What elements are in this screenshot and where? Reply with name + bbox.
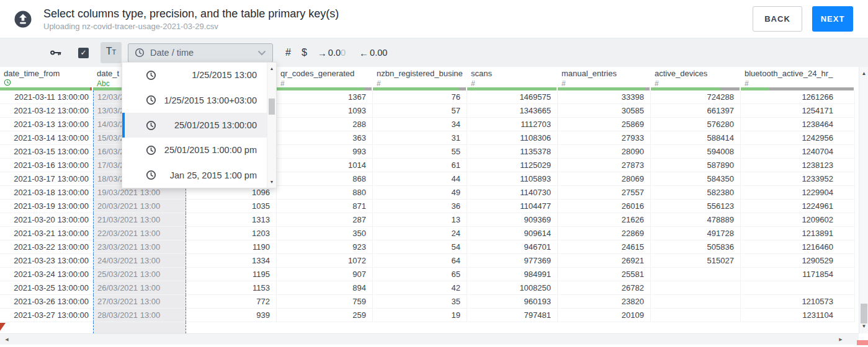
cell: 984991 <box>467 268 558 281</box>
clock-icon <box>146 95 156 105</box>
dropdown-scrollbar-thumb[interactable] <box>269 99 275 115</box>
scroll-right-arrow[interactable] <box>836 336 845 343</box>
cell: 24 <box>373 227 467 240</box>
increase-precision-button[interactable]: → 0.00 <box>318 48 346 58</box>
back-button[interactable]: BACK <box>753 6 802 32</box>
vertical-scrollbar-thumb[interactable] <box>861 304 867 323</box>
topbar: Select columns type, precision, and the … <box>0 0 868 38</box>
horizontal-scrollbar[interactable] <box>0 333 859 345</box>
column-header-nzbn_registered_busine[interactable]: nzbn_registered_busine# <box>373 67 467 90</box>
clock-icon <box>135 48 145 58</box>
cell: 894 <box>277 281 373 295</box>
upload-icon <box>14 10 32 29</box>
scroll-left-arrow[interactable] <box>2 336 11 343</box>
cell: 25/03/2021 13:00 <box>93 268 186 281</box>
table-row: 2021-03-23 13:00:0024/03/2021 13:0013341… <box>0 254 855 268</box>
cell: 1105893 <box>467 172 558 186</box>
cell: 880 <box>277 186 373 200</box>
cell: 2021-03-22 13:00:00 <box>0 240 93 254</box>
cell: 556123 <box>651 200 741 213</box>
cell: 1238464 <box>741 118 855 131</box>
cell: 23/03/2021 13:00 <box>93 240 186 254</box>
table-row: 2021-03-20 13:00:0021/03/2021 13:0013132… <box>0 213 855 227</box>
column-header-bluetooth_active_24_hr_[interactable]: bluetooth_active_24_hr_# <box>741 67 855 90</box>
dropdown-scrollbar[interactable] <box>267 63 276 188</box>
dropdown-item[interactable]: 1/25/2015 13:00 <box>122 63 267 87</box>
cell: 1035 <box>186 200 277 213</box>
next-button[interactable]: NEXT <box>812 6 853 32</box>
table-row: 2021-03-19 13:00:0020/03/2021 13:0010358… <box>0 200 855 213</box>
cell: 2021-03-13 13:00:00 <box>0 118 93 131</box>
column-type: # <box>655 79 740 87</box>
dropdown-item[interactable]: 25/01/2015 1:00:00 pm <box>122 138 267 162</box>
cell: 2021-03-23 13:00:00 <box>0 254 93 268</box>
cell: 1233952 <box>741 172 855 186</box>
cell: 1261266 <box>741 90 855 104</box>
cell: 2021-03-20 13:00:00 <box>0 213 93 227</box>
cell: 505836 <box>651 240 741 254</box>
cell: 1108306 <box>467 131 558 145</box>
column-type: # <box>377 79 467 87</box>
cell: 20109 <box>558 309 651 322</box>
column-header-active_devices[interactable]: active_devices# <box>651 67 741 90</box>
table-row: 2021-03-22 13:00:0023/03/2021 13:0011909… <box>0 240 855 254</box>
cell: 1209602 <box>741 213 855 227</box>
cell: 584350 <box>651 172 741 186</box>
dropdown-scroll-down-arrow[interactable] <box>267 178 276 186</box>
column-type-label: # <box>280 79 285 88</box>
column-header-manual_entries[interactable]: manual_entries# <box>558 67 651 90</box>
primary-key-button[interactable] <box>50 46 62 59</box>
scroll-up-arrow[interactable] <box>859 69 868 78</box>
cell: 1343665 <box>467 104 558 118</box>
number-type-button[interactable]: # <box>285 47 291 58</box>
cell: 24/03/2021 13:00 <box>93 254 186 268</box>
decrease-precision-button[interactable]: ← 0.00 <box>359 48 387 58</box>
cell: 34 <box>373 118 467 131</box>
page-title: Select columns type, precision, and the … <box>43 7 339 20</box>
dropdown-scroll-up-arrow[interactable] <box>267 64 276 72</box>
cell: 36 <box>373 200 467 213</box>
currency-type-button[interactable]: $ <box>302 47 307 58</box>
cell: 2021-03-14 13:00:00 <box>0 131 93 145</box>
cell: 772 <box>186 295 277 309</box>
cell: 594008 <box>651 145 741 159</box>
dropdown-item[interactable]: Jan 25, 2015 1:00 pm <box>122 163 267 188</box>
cell: 2021-03-12 13:00:00 <box>0 104 93 118</box>
cell: 33398 <box>558 90 651 104</box>
column-header-scans[interactable]: scans# <box>467 67 558 90</box>
scroll-down-arrow[interactable] <box>859 322 868 331</box>
cell: 1203 <box>186 227 277 240</box>
column-header-date_time_from[interactable]: date_time_from <box>0 67 93 90</box>
cell: 2021-03-25 13:00:00 <box>0 281 93 295</box>
column-name: qr_codes_generated <box>280 69 372 79</box>
dropdown-item[interactable]: 1/25/2015 13:00+03:00 <box>122 87 267 112</box>
selected-indicator <box>122 113 125 138</box>
dropdown-item-label: 25/01/2015 13:00:00 <box>156 120 267 130</box>
cell: 288 <box>277 118 373 131</box>
column-name: date_time_from <box>4 69 92 79</box>
column-type-label: # <box>562 79 566 88</box>
cell: 25581 <box>558 268 651 281</box>
column-header-qr_codes_generated[interactable]: qr_codes_generated# <box>277 67 373 90</box>
cell: 1093 <box>277 104 373 118</box>
table-row: 2021-03-27 13:00:0028/03/2021 13:0093925… <box>0 309 855 322</box>
cell: 576280 <box>651 118 741 131</box>
vertical-scrollbar[interactable] <box>859 67 868 333</box>
datetime-format-select[interactable]: Date / time <box>128 43 273 63</box>
text-type-button[interactable]: TT <box>101 42 122 63</box>
column-type <box>4 79 92 87</box>
arrow-right-icon: → <box>318 48 327 58</box>
cell: 20/03/2021 13:00 <box>93 200 186 213</box>
cell: 2021-03-11 13:00:00 <box>0 90 93 104</box>
cell: 21/03/2021 13:00 <box>93 213 186 227</box>
cell: 1190 <box>186 240 277 254</box>
clock-icon <box>146 70 156 81</box>
cell: 759 <box>277 295 373 309</box>
cell: 259 <box>277 309 373 322</box>
dropdown-item[interactable]: 25/01/2015 13:00:00 <box>122 113 267 138</box>
cell: 582380 <box>651 186 741 200</box>
cell: 30585 <box>558 104 651 118</box>
cell: 1072 <box>277 254 373 268</box>
select-column-checkbox[interactable]: ✓ <box>78 48 89 58</box>
cell: 1242956 <box>741 131 855 145</box>
